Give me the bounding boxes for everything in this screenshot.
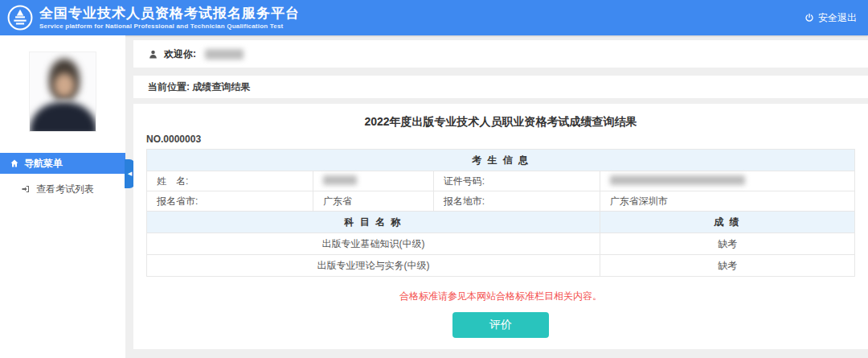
collapse-arrow-icon: ◀ <box>128 171 132 177</box>
candidate-info-header: 考 生 信 息 <box>147 150 855 171</box>
evaluate-button[interactable]: 评价 <box>452 312 549 338</box>
table-row: 报名省市: 广东省 报名地市: 广东省深圳市 <box>147 191 855 212</box>
subject-column-header: 科 目 名 称 <box>147 212 600 233</box>
name-label: 姓 名: <box>147 171 313 191</box>
breadcrumb: 当前位置: 成绩查询结果 <box>133 76 868 98</box>
id-number-redacted <box>610 175 745 185</box>
title-block: 全国专业技术人员资格考试报名服务平台 Service platform for … <box>39 6 300 31</box>
name-value <box>313 171 434 191</box>
result-panel: 2022年度出版专业技术人员职业资格考试成绩查询结果 NO.0000003 考 … <box>133 104 868 349</box>
subject-name: 出版专业基础知识(中级) <box>147 233 600 255</box>
sidebar-item-exam-list[interactable]: 查看考试列表 <box>0 180 125 198</box>
id-number-label: 证件号码: <box>433 171 600 191</box>
app-title: 全国专业技术人员资格考试报名服务平台 <box>39 6 300 22</box>
score-header-row: 科 目 名 称 成 绩 <box>147 212 855 233</box>
app-subtitle: Service platform for National Profession… <box>39 22 300 31</box>
city-label: 报名地市: <box>433 191 600 212</box>
table-row: 姓 名: 证件号码: <box>147 171 855 191</box>
subject-score: 缺考 <box>600 255 854 277</box>
table-row: 出版专业基础知识(中级) 缺考 <box>147 233 855 255</box>
id-number-value <box>600 171 854 191</box>
serial-number: NO.0000003 <box>146 134 855 145</box>
app-header: 全国专业技术人员资格考试报名服务平台 Service platform for … <box>0 0 868 35</box>
user-icon <box>148 49 158 60</box>
subject-name: 出版专业理论与实务(中级) <box>147 255 600 277</box>
safe-logout-button[interactable]: 安全退出 <box>805 11 857 25</box>
subject-score: 缺考 <box>600 233 854 255</box>
candidate-photo <box>29 51 96 132</box>
province-label: 报名省市: <box>147 191 313 212</box>
sidebar-item-label: 查看考试列表 <box>36 183 94 196</box>
nav-menu-header: 导航菜单 <box>0 153 125 174</box>
home-icon <box>10 158 19 168</box>
table-row: 出版专业理论与实务(中级) 缺考 <box>147 255 855 277</box>
candidate-info-header-row: 考 生 信 息 <box>147 150 855 171</box>
score-column-header: 成 绩 <box>600 212 854 233</box>
welcome-bar: 欢迎你: <box>133 40 868 68</box>
content-area: 欢迎你: 当前位置: 成绩查询结果 2022年度出版专业技术人员职业资格考试成绩… <box>133 35 868 358</box>
city-value: 广东省深圳市 <box>600 191 854 212</box>
platform-logo-icon <box>6 4 34 31</box>
sidebar: 导航菜单 查看考试列表 <box>0 35 125 358</box>
welcome-label: 欢迎你: <box>164 47 196 61</box>
sign-in-arrow-icon <box>21 184 31 194</box>
name-redacted <box>323 175 357 185</box>
logout-label: 安全退出 <box>818 11 857 25</box>
breadcrumb-text: 当前位置: 成绩查询结果 <box>148 80 250 94</box>
welcome-username-redacted <box>205 49 244 60</box>
province-value: 广东省 <box>313 191 434 212</box>
result-table: 考 生 信 息 姓 名: 证件号码: 报名省市: 广东省 报名地市: 广东省深圳… <box>146 149 855 277</box>
power-icon <box>805 13 814 23</box>
nav-menu-title: 导航菜单 <box>24 157 63 171</box>
pass-standard-note: 合格标准请参见本网站合格标准栏目相关内容。 <box>146 290 855 303</box>
page-title: 2022年度出版专业技术人员职业资格考试成绩查询结果 <box>146 113 855 130</box>
